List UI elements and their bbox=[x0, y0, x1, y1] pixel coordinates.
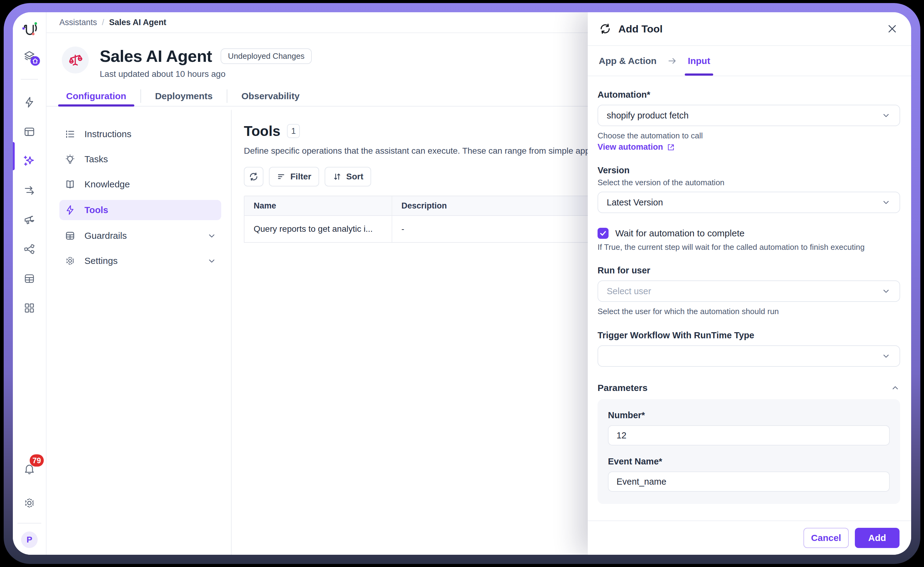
table-icon bbox=[64, 230, 76, 242]
breadcrumb-parent[interactable]: Assistants bbox=[59, 18, 97, 27]
arrow-right-icon bbox=[667, 56, 677, 66]
sidebar-item-settings[interactable]: Settings bbox=[59, 251, 221, 270]
tools-count-badge: 1 bbox=[287, 124, 300, 138]
scales-icon bbox=[67, 52, 83, 68]
version-helper: Select the version of the automation bbox=[597, 178, 900, 187]
sidebar-item-label: Guardrails bbox=[84, 230, 127, 241]
last-updated-text: Last updated about 10 hours ago bbox=[100, 69, 312, 79]
drawer-title: Add Tool bbox=[618, 23, 663, 35]
close-icon[interactable] bbox=[885, 22, 899, 36]
ai-agents-sparkles-icon[interactable] bbox=[22, 154, 36, 168]
column-header-name[interactable]: Name bbox=[244, 196, 392, 215]
view-automation-link[interactable]: View automation bbox=[597, 142, 900, 152]
rail-divider bbox=[18, 523, 41, 523]
filter-button[interactable]: Filter bbox=[269, 167, 319, 186]
chevron-down-icon bbox=[881, 286, 891, 296]
param-number-input[interactable]: 12 bbox=[608, 425, 890, 445]
undeployed-changes-badge: Undeployed Changes bbox=[220, 48, 312, 64]
chevron-down-icon bbox=[881, 111, 891, 120]
automation-label: Automation* bbox=[597, 90, 900, 100]
tab-divider bbox=[140, 89, 141, 103]
tab-configuration[interactable]: Configuration bbox=[65, 86, 128, 106]
tab-divider bbox=[227, 89, 227, 103]
chevron-up-icon[interactable] bbox=[890, 383, 900, 393]
run-for-user-placeholder: Select user bbox=[607, 286, 651, 296]
step-input[interactable]: Input bbox=[688, 46, 710, 76]
breadcrumb: Assistants / Sales AI Agent bbox=[46, 12, 588, 33]
drawer-body: Automation* shopify product fetch Choose… bbox=[588, 76, 911, 520]
book-open-icon bbox=[64, 179, 76, 190]
automation-helper: Choose the automation to call bbox=[597, 131, 900, 140]
parameters-header[interactable]: Parameters bbox=[597, 383, 900, 393]
automation-select[interactable]: shopify product fetch bbox=[597, 105, 900, 126]
step-app-action[interactable]: App & Action bbox=[599, 46, 657, 76]
chevron-down-icon bbox=[207, 256, 216, 265]
breadcrumb-current: Sales AI Agent bbox=[109, 18, 166, 27]
add-button[interactable]: Add bbox=[855, 528, 900, 548]
drawer-footer: Cancel Add bbox=[588, 520, 911, 555]
wait-checkbox-row[interactable]: Wait for automation to complete bbox=[597, 228, 900, 239]
refresh-icon bbox=[249, 171, 259, 182]
config-sidebar: Instructions Tasks Knowledge Tools Guard… bbox=[46, 110, 232, 555]
trigger-label: Trigger Workflow With RunTime Type bbox=[597, 330, 900, 340]
filter-icon bbox=[277, 172, 286, 181]
automation-sync-icon bbox=[599, 23, 612, 35]
workspace-layers-home-icon[interactable] bbox=[22, 50, 36, 63]
refresh-button[interactable] bbox=[244, 167, 263, 186]
checkbox-checked-icon[interactable] bbox=[597, 228, 609, 239]
integrations-share-icon[interactable] bbox=[22, 242, 36, 256]
sidebar-item-tools[interactable]: Tools bbox=[59, 200, 221, 220]
list-icon bbox=[64, 128, 76, 140]
tables-icon[interactable] bbox=[22, 272, 36, 285]
brand-logo-icon[interactable] bbox=[21, 20, 38, 38]
notifications-bell-icon[interactable]: 79 bbox=[23, 462, 36, 475]
column-header-description[interactable]: Description bbox=[392, 196, 591, 215]
page-title: Sales AI Agent bbox=[100, 47, 212, 66]
chevron-down-icon bbox=[881, 197, 891, 207]
interfaces-panel-icon[interactable] bbox=[22, 125, 36, 138]
wait-label: Wait for automation to complete bbox=[615, 228, 744, 239]
settings-gear-icon[interactable] bbox=[23, 496, 36, 510]
icon-rail: 79 P bbox=[13, 12, 46, 555]
sidebar-item-guardrails[interactable]: Guardrails bbox=[59, 226, 221, 245]
page-header: Sales AI Agent Undeployed Changes Last u… bbox=[46, 33, 588, 107]
trigger-select[interactable] bbox=[597, 345, 900, 367]
automation-value: shopify product fetch bbox=[607, 111, 689, 120]
sort-label: Sort bbox=[346, 172, 363, 182]
campaigns-megaphone-icon[interactable] bbox=[22, 213, 36, 227]
app-window: 79 P Assistants / Sales AI Agent bbox=[13, 12, 911, 555]
user-avatar[interactable]: P bbox=[21, 531, 38, 548]
version-value: Latest Version bbox=[607, 197, 663, 208]
apps-grid-icon[interactable] bbox=[22, 301, 36, 315]
add-tool-drawer: Add Tool App & Action Input Automation* … bbox=[588, 12, 911, 555]
version-label: Version bbox=[597, 165, 900, 175]
run-for-user-select[interactable]: Select user bbox=[597, 280, 900, 302]
sidebar-item-label: Tasks bbox=[84, 154, 108, 164]
tab-observability[interactable]: Observability bbox=[240, 86, 301, 106]
sidebar-item-label: Settings bbox=[84, 256, 117, 266]
parameters-label: Parameters bbox=[597, 383, 647, 393]
sidebar-item-label: Instructions bbox=[84, 129, 131, 139]
pipelines-arrows-icon[interactable] bbox=[22, 184, 36, 197]
automations-bolt-icon[interactable] bbox=[22, 96, 36, 109]
run-for-user-label: Run for user bbox=[597, 265, 900, 275]
sort-button[interactable]: Sort bbox=[325, 167, 371, 186]
bolt-icon bbox=[64, 204, 76, 216]
param-number-label: Number* bbox=[608, 410, 890, 420]
version-select[interactable]: Latest Version bbox=[597, 192, 900, 213]
param-event-name-input[interactable]: Event_name bbox=[608, 471, 890, 492]
tab-deployments[interactable]: Deployments bbox=[154, 86, 214, 106]
cell-name: Query reports to get analytic i... bbox=[244, 216, 392, 242]
param-event-name-label: Event Name* bbox=[608, 456, 890, 466]
parameters-card: Number* 12 Event Name* Event_name bbox=[597, 399, 900, 504]
drawer-steps: App & Action Input bbox=[588, 46, 911, 76]
rail-divider bbox=[21, 79, 38, 80]
sidebar-item-knowledge[interactable]: Knowledge bbox=[59, 175, 221, 194]
sidebar-item-instructions[interactable]: Instructions bbox=[59, 125, 221, 144]
run-for-user-helper: Select the user for which the automation… bbox=[597, 307, 900, 316]
cancel-button[interactable]: Cancel bbox=[804, 528, 849, 548]
active-rail-indicator bbox=[13, 142, 15, 170]
wait-helper: If True, the current step will wait for … bbox=[597, 242, 900, 252]
sidebar-item-tasks[interactable]: Tasks bbox=[59, 150, 221, 169]
main-tabs: Configuration Deployments Observability bbox=[46, 86, 588, 107]
